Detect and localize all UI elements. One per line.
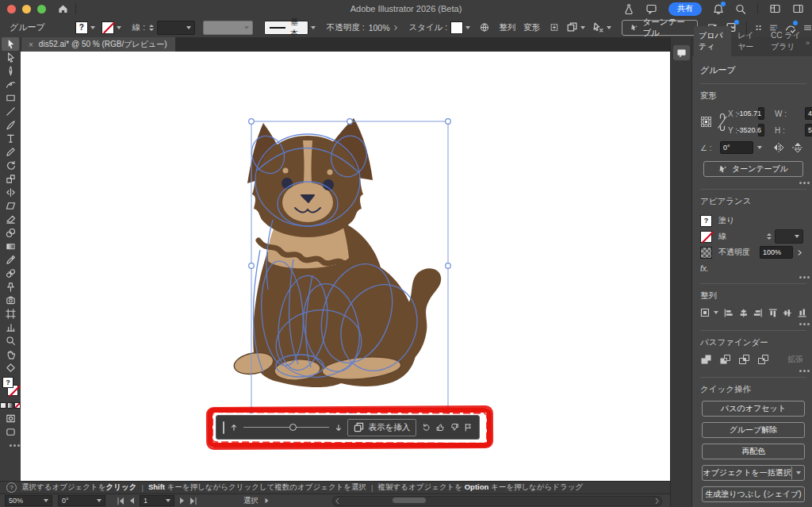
- y-field[interactable]: -3520.6: [758, 124, 764, 136]
- turntable-panel-button[interactable]: ターンテーブル: [703, 161, 803, 177]
- opacity-panel-chevron-icon[interactable]: [393, 24, 399, 32]
- shape-builder-tool[interactable]: [2, 226, 19, 240]
- comments-panel-button[interactable]: [673, 45, 690, 60]
- align-top-icon[interactable]: [768, 308, 778, 318]
- brush-definition-dropdown[interactable]: 基本: [264, 21, 316, 35]
- status-expand-icon[interactable]: [266, 498, 269, 503]
- artboard-canvas[interactable]: 表示を挿入: [21, 52, 670, 481]
- eyedropper-tool[interactable]: [2, 253, 19, 267]
- report-flag-icon[interactable]: [464, 422, 473, 432]
- isolate-selection-dropdown[interactable]: [566, 21, 585, 33]
- slider-knob[interactable]: [289, 424, 297, 431]
- constrain-proportions-icon[interactable]: [717, 112, 728, 133]
- align-left-icon[interactable]: [724, 308, 733, 318]
- fill-stroke-indicator[interactable]: ?: [2, 374, 19, 398]
- document-setup-icon[interactable]: [480, 21, 489, 33]
- rotation-field[interactable]: 0°: [720, 141, 753, 154]
- window-zoom-button[interactable]: [37, 5, 46, 13]
- toolbar-more-button[interactable]: [2, 439, 19, 452]
- notifications-button[interactable]: [713, 3, 724, 15]
- document-tab[interactable]: × dis52.ai* @ 50 % (RGB/プレビュー): [21, 37, 175, 52]
- chart-tool[interactable]: [2, 321, 19, 334]
- width-tool[interactable]: [2, 186, 19, 199]
- scrollbar-thumb[interactable]: [393, 497, 426, 503]
- insert-view-button[interactable]: 表示を挿入: [347, 419, 416, 436]
- symbol-sprayer-tool[interactable]: [2, 280, 19, 294]
- stroke-weight-panel-dropdown[interactable]: [775, 229, 803, 244]
- turntable-button[interactable]: ターンテーブル: [622, 20, 698, 36]
- fill-color-control[interactable]: ?: [75, 21, 95, 34]
- curvature-tool[interactable]: [2, 78, 19, 91]
- artboard-tool[interactable]: [2, 307, 19, 321]
- gradient-tool[interactable]: [2, 240, 19, 253]
- artboard-number-dropdown[interactable]: 1: [140, 495, 174, 506]
- variation-slider[interactable]: [243, 423, 328, 432]
- recolor-button[interactable]: 再配色: [702, 444, 805, 459]
- reference-point-locator[interactable]: [700, 116, 712, 128]
- transform-menu-button[interactable]: 変形: [523, 22, 540, 33]
- search-icon[interactable]: [735, 3, 746, 15]
- first-artboard-button[interactable]: [117, 497, 124, 505]
- arrange-documents-icon[interactable]: [769, 3, 781, 14]
- hand-tool[interactable]: [2, 348, 19, 361]
- home-icon[interactable]: [57, 3, 69, 14]
- fx-button[interactable]: fx.: [700, 264, 709, 273]
- appearance-stroke-swatch[interactable]: [700, 231, 712, 243]
- horizontal-scrollbar[interactable]: [332, 496, 662, 506]
- pathfinder-expand-button[interactable]: 拡張: [787, 354, 806, 365]
- stroke-weight-stepper[interactable]: [149, 25, 154, 31]
- rectangle-tool[interactable]: [2, 91, 19, 105]
- align-right-icon[interactable]: [753, 308, 763, 318]
- previous-variation-icon[interactable]: [230, 423, 238, 432]
- blend-tool[interactable]: [2, 267, 19, 280]
- select-objects-button[interactable]: オブジェクトを一括選択: [702, 465, 805, 481]
- previous-artboard-button[interactable]: [130, 497, 134, 504]
- none-button[interactable]: [14, 402, 21, 409]
- select-similar-dropdown[interactable]: [592, 21, 611, 33]
- scroll-left-arrow-icon[interactable]: [335, 497, 340, 505]
- tab-close-button[interactable]: ×: [29, 40, 33, 49]
- beta-flask-icon[interactable]: [623, 3, 634, 15]
- tab-properties[interactable]: プロパティ: [694, 26, 731, 56]
- contextual-taskbar[interactable]: 表示を挿入: [216, 415, 480, 440]
- align-more-icon[interactable]: [799, 323, 802, 325]
- opacity-value[interactable]: 100%: [369, 23, 390, 33]
- offset-path-button[interactable]: パスのオフセット: [702, 401, 805, 417]
- x-field[interactable]: -105.71: [758, 107, 764, 120]
- scroll-right-arrow-icon[interactable]: [654, 497, 660, 505]
- scale-tool[interactable]: [2, 172, 19, 186]
- regenerate-icon[interactable]: [422, 422, 431, 432]
- next-variation-icon[interactable]: [335, 423, 343, 432]
- pathfinder-intersect-icon[interactable]: [738, 354, 750, 365]
- last-artboard-button[interactable]: [190, 497, 197, 505]
- line-segment-tool[interactable]: [2, 105, 19, 118]
- appearance-more-icon[interactable]: [799, 276, 802, 278]
- panel-collapse-button[interactable]: »: [806, 39, 810, 47]
- fill-indicator-swatch[interactable]: ?: [2, 377, 13, 388]
- direct-selection-tool[interactable]: [2, 51, 19, 64]
- thumbs-down-icon[interactable]: [450, 422, 459, 432]
- workspace-switcher-icon[interactable]: [792, 3, 804, 14]
- thumbs-up-icon[interactable]: [436, 422, 445, 432]
- taskbar-drag-handle[interactable]: [223, 421, 224, 434]
- generative-fill-button[interactable]: 生成塗りつぶし (シェイプ): [702, 486, 805, 502]
- opacity-field[interactable]: 100%: [760, 246, 793, 259]
- bounding-box-icon[interactable]: [550, 21, 559, 33]
- w-field[interactable]: 419.691: [805, 107, 812, 120]
- type-tool[interactable]: [2, 132, 19, 145]
- window-minimize-button[interactable]: [22, 5, 31, 13]
- screen-mode-button[interactable]: [2, 425, 19, 439]
- draw-mode-button[interactable]: [2, 412, 19, 425]
- ungroup-button[interactable]: グループ解除: [702, 422, 805, 438]
- graphic-style-dropdown[interactable]: [450, 21, 470, 34]
- zoom-level-dropdown[interactable]: 50%: [5, 495, 52, 506]
- select-objects-dropdown[interactable]: [792, 471, 804, 474]
- share-button[interactable]: 共有: [668, 2, 702, 16]
- color-button[interactable]: [0, 402, 6, 409]
- transform-more-icon[interactable]: [799, 182, 802, 184]
- align-center-vertical-icon[interactable]: [783, 308, 792, 318]
- eraser-tool[interactable]: [2, 213, 19, 226]
- tab-layers[interactable]: レイヤー: [733, 26, 764, 56]
- graph-tool[interactable]: [2, 294, 19, 307]
- stroke-weight-panel-stepper[interactable]: [767, 233, 772, 240]
